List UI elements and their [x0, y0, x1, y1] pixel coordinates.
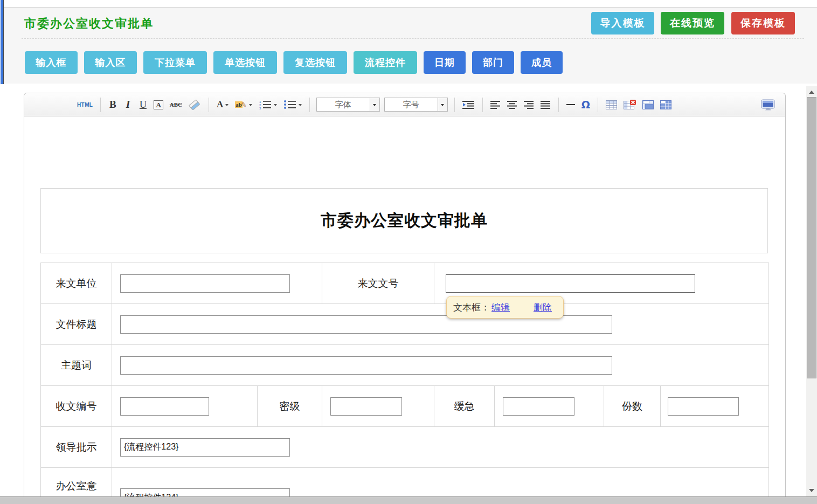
field-label-receipt-number: 收文编号: [41, 386, 112, 426]
field-label-copies: 份数: [604, 386, 661, 426]
align-justify-icon[interactable]: [539, 98, 552, 112]
toolbox-button-input-box[interactable]: 输入框: [25, 51, 78, 74]
numbered-list-glyph: 123: [259, 100, 272, 109]
chevron-down-icon: [225, 104, 229, 108]
table-row: 文件标题: [41, 304, 768, 345]
receipt-number-input[interactable]: [120, 397, 209, 416]
special-character-icon[interactable]: Ω: [580, 98, 592, 112]
chevron-down-icon: [274, 104, 277, 108]
highlight-color-icon[interactable]: ab✎: [233, 98, 254, 112]
table-cell: [112, 386, 258, 426]
source-unit-input[interactable]: [120, 274, 290, 293]
toolbox-button-department[interactable]: 部门: [472, 51, 514, 74]
doc-number-input[interactable]: [446, 274, 695, 293]
chevron-down-icon: [249, 104, 252, 108]
field-label-leader-instructions: 领导批示: [41, 427, 112, 467]
form-template-designer: 市委办公室收文审批单 导入模板 在线预览 保存模板 输入框 输入区 下拉菜单 单…: [0, 0, 817, 504]
import-template-button[interactable]: 导入模板: [591, 12, 654, 34]
table-row: 领导批示: [41, 427, 768, 468]
document-title-block: 市委办公室收文审批单: [40, 188, 768, 253]
header-dashed-separator: [22, 38, 804, 39]
boxed-style-icon[interactable]: A: [152, 98, 164, 112]
online-preview-button[interactable]: 在线预览: [661, 12, 724, 34]
bullet-list-glyph: [283, 100, 296, 109]
tooltip-edit-link[interactable]: 编辑: [491, 301, 510, 314]
italic-icon[interactable]: I: [122, 98, 134, 112]
save-template-button[interactable]: 保存模板: [731, 12, 795, 34]
field-label-subject-words: 主题词: [41, 345, 112, 385]
monitor-glyph: [761, 99, 776, 111]
font-color-icon[interactable]: A: [215, 98, 230, 112]
toolbox-button-checkbox[interactable]: 复选按钮: [283, 51, 347, 74]
field-label-urgency: 缓急: [434, 386, 495, 426]
strikethrough-icon[interactable]: ABC: [168, 98, 184, 112]
indent-glyph: [462, 100, 475, 109]
toolbar-separator: [558, 98, 559, 112]
underline-icon[interactable]: U: [137, 98, 149, 112]
security-level-input[interactable]: [330, 397, 402, 416]
toolbar-separator: [100, 98, 101, 112]
leader-instructions-input[interactable]: [120, 438, 290, 457]
ordered-list-icon[interactable]: 123: [257, 98, 279, 112]
toolbox-button-member[interactable]: 成员: [521, 51, 563, 74]
bold-icon[interactable]: B: [107, 98, 119, 112]
table-glyph: [606, 100, 617, 109]
bottom-window-edge: [0, 496, 817, 504]
toolbox-button-input-area[interactable]: 输入区: [84, 51, 137, 74]
control-toolbox: 输入框 输入区 下拉菜单 单选按钮 复选按钮 流程控件 日期 部门 成员: [25, 51, 563, 74]
table-row: 来文单位 来文文号: [41, 263, 768, 304]
cell-properties-icon[interactable]: [659, 98, 673, 112]
table-cell: [112, 263, 322, 303]
fullscreen-icon[interactable]: [759, 98, 777, 112]
vertical-scrollbar[interactable]: [806, 86, 817, 496]
scroll-up-arrow-icon[interactable]: [809, 88, 814, 94]
horizontal-rule-icon[interactable]: [565, 98, 577, 112]
scroll-down-arrow-icon[interactable]: [809, 489, 814, 495]
align-left-icon[interactable]: [489, 98, 502, 112]
table-cell: [322, 386, 434, 426]
table-cell: [112, 345, 768, 385]
urgency-input[interactable]: [503, 397, 574, 416]
field-label-source-unit: 来文单位: [41, 263, 112, 303]
svg-text:3: 3: [259, 107, 261, 109]
copies-input[interactable]: [668, 397, 739, 416]
table-cell: [112, 304, 768, 344]
indent-icon[interactable]: [461, 98, 476, 112]
remove-format-icon[interactable]: [187, 98, 203, 112]
table-properties-icon[interactable]: [641, 98, 655, 112]
toolbar-separator: [454, 98, 455, 112]
control-tooltip: 文本框： 编辑 删除: [446, 296, 564, 319]
toolbox-button-radio[interactable]: 单选按钮: [213, 51, 277, 74]
delete-table-icon[interactable]: [622, 98, 638, 112]
chevron-down-icon: [370, 98, 379, 111]
table-properties-glyph: [642, 100, 654, 109]
pencil-icon: ✎: [240, 100, 247, 109]
eraser-icon: [189, 100, 201, 110]
table-cell: [112, 427, 768, 467]
toolbox-button-dropdown[interactable]: 下拉菜单: [143, 51, 207, 74]
field-label-doc-title: 文件标题: [41, 304, 112, 344]
unordered-list-icon[interactable]: [282, 98, 303, 112]
table-row: 主题词: [41, 345, 768, 386]
font-size-select[interactable]: 字号: [384, 98, 448, 112]
subject-words-input[interactable]: [120, 356, 612, 375]
align-center-glyph: [507, 100, 517, 109]
toolbar-separator: [309, 98, 310, 112]
toolbox-button-flow-control[interactable]: 流程控件: [354, 51, 417, 74]
insert-table-icon[interactable]: [604, 98, 619, 112]
tooltip-label: 文本框：: [453, 301, 490, 314]
align-center-icon[interactable]: [506, 98, 519, 112]
document-title: 市委办公室收文审批单: [321, 210, 488, 232]
toolbar-separator: [598, 98, 598, 112]
font-family-select[interactable]: 字体: [316, 98, 380, 112]
scrollbar-thumb[interactable]: [807, 97, 816, 378]
field-label-security-level: 密级: [258, 386, 322, 426]
toolbox-button-date[interactable]: 日期: [424, 51, 466, 74]
html-source-icon[interactable]: HTML: [75, 98, 94, 112]
chevron-down-icon: [438, 98, 447, 111]
tooltip-delete-link[interactable]: 删除: [534, 301, 552, 314]
align-right-icon[interactable]: [522, 98, 536, 112]
delete-table-glyph: [624, 100, 636, 109]
table-cell: [495, 386, 604, 426]
align-left-glyph: [490, 100, 501, 109]
